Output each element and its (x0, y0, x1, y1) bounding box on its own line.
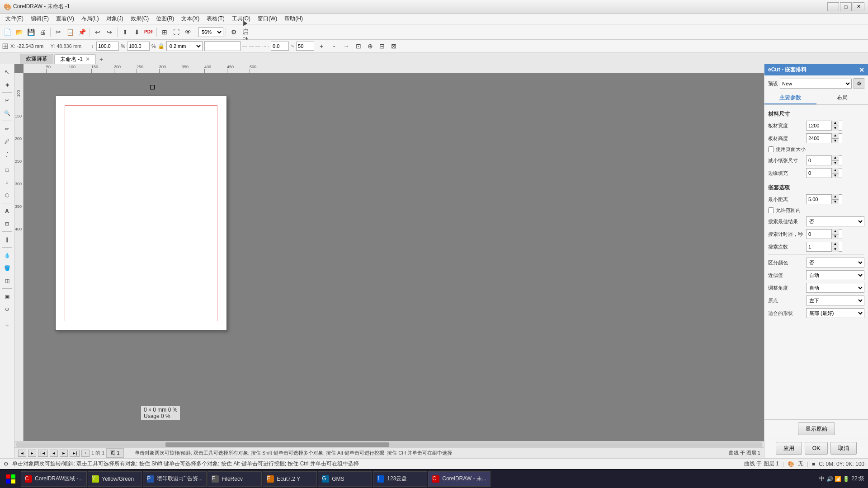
reduce-size-value[interactable] (807, 156, 831, 165)
board-height-input[interactable]: ▲ ▼ (806, 133, 842, 143)
dot-value-input[interactable] (271, 42, 289, 51)
menu-layout[interactable]: 布局(L) (78, 14, 103, 23)
taskbar-app-yellow-green[interactable]: Y Yellow/Green (88, 471, 142, 487)
text-tool[interactable]: A (1, 205, 13, 217)
margin-fill-input[interactable]: ▲ ▼ (806, 168, 842, 178)
board-height-up[interactable]: ▲ (831, 133, 839, 139)
cancel-button[interactable]: 取消 (830, 442, 857, 455)
start-button-taskbar[interactable] (2, 471, 20, 487)
margin-fill-down[interactable]: ▼ (831, 174, 839, 178)
taskbar-app-123cloud[interactable]: 1 123云盘 (373, 471, 427, 487)
pen-tool[interactable]: 🖊 (1, 136, 13, 147)
board-height-down[interactable]: ▼ (831, 139, 839, 144)
search-count-value[interactable] (807, 242, 831, 251)
ok-button[interactable]: OK (805, 442, 828, 455)
canvas-container[interactable]: 0 × 0 mm 0 % Usage 0 % (24, 73, 764, 441)
taskbar-app-coreldraw-active[interactable]: C CorelDRAW - 未... (428, 471, 491, 487)
menu-effects[interactable]: 效果(C) (127, 14, 153, 23)
count-input[interactable] (296, 42, 314, 51)
taskbar-app-coreldraw-region[interactable]: C CorelDRAW区域 -... (21, 471, 87, 487)
menu-object[interactable]: 对象(J) (103, 14, 127, 23)
menu-table[interactable]: 表格(T) (203, 14, 228, 23)
height-input[interactable] (127, 42, 150, 51)
freehand-tool[interactable]: ✏ (1, 123, 13, 135)
min-gap-input[interactable]: ▲ ▼ (806, 194, 842, 204)
line-width-select[interactable]: 0.2 mm 0.5 mm 1.0 mm (166, 41, 203, 51)
menu-edit[interactable]: 编辑(E) (27, 14, 52, 23)
scroll-left-button[interactable]: ◄ (18, 450, 26, 457)
close-button[interactable]: ✕ (853, 2, 864, 11)
paste-button[interactable]: 📌 (76, 27, 87, 38)
search-timer-value[interactable] (807, 230, 831, 239)
min-gap-up[interactable]: ▲ (831, 194, 839, 200)
add-node-tool[interactable]: + (1, 319, 13, 331)
board-height-value[interactable] (807, 134, 831, 143)
new-button[interactable]: 📄 (2, 27, 13, 38)
minimize-button[interactable]: ─ (827, 2, 839, 11)
taskbar-app-print-union[interactable]: P 喷印联盟=广告资... (143, 471, 207, 487)
search-count-up[interactable]: ▲ (831, 242, 839, 247)
print-button[interactable]: 🖨 (37, 27, 48, 38)
board-width-input[interactable]: ▲ ▼ (806, 121, 842, 131)
polygon-tool[interactable]: ⬡ (1, 189, 13, 201)
taskbar-app-filerecv[interactable]: F FileRecv (208, 471, 262, 487)
export-button[interactable]: ⬇ (132, 27, 142, 38)
input-method[interactable]: 中 (819, 475, 825, 483)
reduce-size-up[interactable]: ▲ (831, 155, 839, 161)
tab-document[interactable]: 未命名 -1 ✕ (54, 54, 96, 64)
page-add-button[interactable]: + (81, 450, 90, 457)
search-timer-down[interactable]: ▼ (831, 235, 839, 239)
allow-outside-checkbox[interactable] (768, 207, 774, 213)
zoom-tool[interactable]: 🔍 (1, 107, 13, 119)
min-gap-value[interactable] (807, 195, 831, 204)
show-original-button[interactable]: 显示原始 (798, 422, 835, 435)
menu-file[interactable]: 文件(E) (2, 14, 27, 23)
count-more-button[interactable]: + (316, 41, 327, 52)
undo-button[interactable]: ↩ (92, 27, 103, 38)
redo-button[interactable]: ↪ (104, 27, 115, 38)
page-prev-button[interactable]: ◄ (50, 450, 58, 457)
preset-gear-button[interactable]: ⚙ (854, 78, 864, 89)
preset-select[interactable]: New (780, 79, 852, 89)
fit-shape-select[interactable]: 底部 (最好) 左侧 右侧 顶部 (806, 308, 864, 318)
approximation-select[interactable]: 自动 (806, 270, 864, 280)
preview-button[interactable]: 👁 (183, 27, 193, 38)
adjust-angle-select[interactable]: 自动 (806, 283, 864, 293)
search-timer-up[interactable]: ▲ (831, 229, 839, 235)
page-last-button[interactable]: ►| (70, 450, 80, 457)
settings-button[interactable]: ⚙ (228, 27, 239, 38)
taskbar-app-ecut[interactable]: E Ecut7.2 Y (263, 471, 317, 487)
import-button[interactable]: ⬆ (120, 27, 131, 38)
rectangle-tool[interactable]: □ (1, 164, 13, 176)
edit-node-button[interactable]: ⊡ (353, 41, 364, 52)
scroll-right-button[interactable]: ► (28, 450, 36, 457)
view-page-button[interactable]: ⊞ (159, 27, 170, 38)
menu-view[interactable]: 查看(V) (52, 14, 78, 23)
node-tool[interactable]: ◈ (1, 79, 13, 90)
crop-tool[interactable]: ✂ (1, 94, 13, 106)
tab-layout[interactable]: 布局 (816, 92, 868, 104)
taskbar-app-gms[interactable]: G GMS (318, 471, 372, 487)
reduce-size-input[interactable]: ▲ ▼ (806, 155, 842, 165)
open-button[interactable]: 📂 (14, 27, 24, 38)
min-gap-down[interactable]: ▼ (831, 200, 839, 205)
shadow-tool[interactable]: ▣ (1, 291, 13, 302)
board-width-up[interactable]: ▲ (831, 121, 839, 126)
search-timer-input[interactable]: ▲ ▼ (806, 229, 842, 239)
menu-text[interactable]: 文本(X) (178, 14, 203, 23)
board-width-value[interactable] (807, 121, 831, 130)
cut-button[interactable]: ✂ (53, 27, 64, 38)
parallel-dim-tool[interactable]: ∥ (1, 234, 13, 245)
horizontal-scrollbar[interactable] (14, 441, 764, 447)
table-tool[interactable]: ⊞ (1, 218, 13, 230)
copy-button[interactable]: 📋 (65, 27, 75, 38)
ellipse-tool[interactable]: ○ (1, 177, 13, 188)
menu-window[interactable]: 窗口(W) (254, 14, 281, 23)
origin-select[interactable]: 左下 左上 右下 右上 (806, 296, 864, 305)
zoom-dropdown[interactable]: 56% 100% 200% (198, 27, 223, 37)
calligraphy-tool[interactable]: ∫ (1, 148, 13, 160)
apply-button[interactable]: 应用 (776, 442, 802, 455)
reduce-size-down[interactable]: ▼ (831, 161, 839, 166)
use-page-size-checkbox[interactable] (768, 146, 774, 152)
save-button[interactable]: 💾 (25, 27, 36, 38)
